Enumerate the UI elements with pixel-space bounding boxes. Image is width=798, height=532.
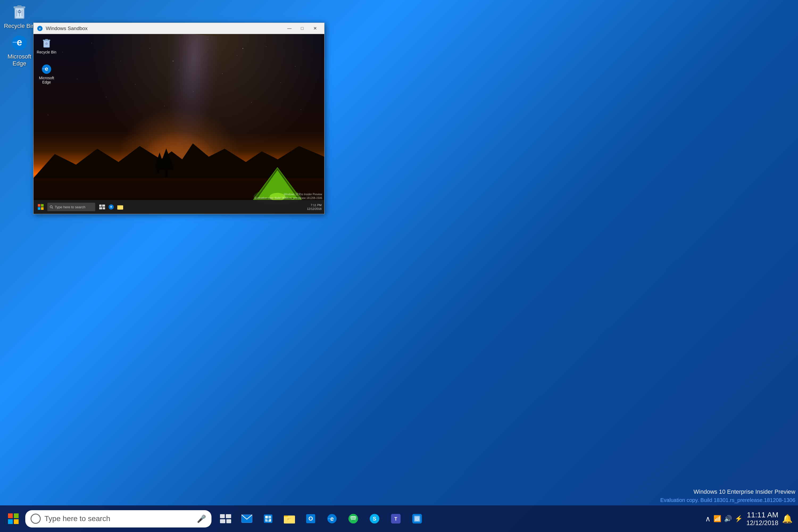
- store-icon[interactable]: 🛍: [258, 509, 278, 529]
- svg-text:⬡: ⬡: [416, 517, 419, 521]
- svg-rect-49: [14, 519, 19, 524]
- sandbox-start-button[interactable]: [35, 201, 46, 212]
- volume-icon[interactable]: 🔊: [724, 515, 732, 522]
- sandbox-edge-taskbar-icon[interactable]: e: [108, 203, 115, 211]
- svg-rect-52: [220, 519, 225, 523]
- svg-rect-53: [226, 519, 231, 523]
- sandbox-inner-recycle-bin[interactable]: ♻ Recycle Bin: [35, 36, 58, 55]
- mail-icon[interactable]: [237, 509, 257, 529]
- teams-icon[interactable]: T: [386, 509, 406, 529]
- window-titlebar: e Windows Sandbox — □ ✕: [34, 23, 324, 34]
- svg-rect-32: [41, 204, 44, 207]
- power-icon[interactable]: ⚡: [735, 515, 743, 522]
- spotify-icon[interactable]: [343, 509, 363, 529]
- svg-line-36: [52, 208, 53, 209]
- svg-rect-26: [45, 39, 48, 40]
- microphone-icon[interactable]: 🎤: [197, 514, 206, 523]
- search-placeholder: Type here to search: [44, 514, 110, 523]
- svg-rect-39: [99, 207, 102, 209]
- svg-text:🛍: 🛍: [267, 518, 269, 521]
- svg-text:♻: ♻: [45, 42, 48, 45]
- search-box[interactable]: Type here to search 🎤: [25, 510, 211, 528]
- window-title: Windows Sandbox: [46, 25, 283, 32]
- skype-icon[interactable]: S: [364, 509, 384, 529]
- svg-rect-48: [8, 519, 13, 524]
- minimize-button[interactable]: —: [283, 24, 296, 33]
- svg-rect-69: [328, 518, 331, 519]
- svg-rect-45: [117, 205, 123, 209]
- svg-text:♻: ♻: [17, 9, 22, 14]
- svg-rect-50: [220, 514, 225, 518]
- svg-rect-51: [226, 514, 231, 518]
- clock-time: 11:11 AM: [746, 511, 778, 519]
- svg-text:S: S: [373, 516, 376, 521]
- desktop-icon-microsoft-edge[interactable]: e Microsoft Edge: [2, 32, 37, 69]
- file-explorer-icon[interactable]: 📁: [279, 509, 299, 529]
- sandbox-inner-edge-label: Microsoft Edge: [36, 76, 57, 84]
- notification-icon[interactable]: 🔔: [782, 514, 793, 524]
- sandbox-version-text: Windows 10 Pro Insider Preview Evaluatio…: [254, 193, 322, 200]
- svg-rect-40: [103, 207, 105, 209]
- eval-line1: Windows 10 Enterprise Insider Preview: [660, 487, 795, 496]
- sandbox-search-box[interactable]: Type here to search: [48, 203, 95, 211]
- sandbox-search-placeholder: Type here to search: [55, 205, 86, 209]
- recycle-bin-icon: ♻: [10, 3, 29, 22]
- svg-rect-31: [38, 204, 40, 207]
- desktop: ♻ Recycle Bin e Microsoft Edge e Windows…: [0, 0, 798, 532]
- tray-chevron-icon[interactable]: ∧: [705, 514, 711, 523]
- sandbox-tray: 7:11 PM 12/12/2018: [307, 203, 323, 211]
- tray-icons: ∧ 📶 🔊 ⚡: [705, 514, 743, 523]
- sandbox-taskbar-icon[interactable]: ⬡: [407, 509, 427, 529]
- svg-text:e: e: [39, 27, 41, 30]
- svg-rect-33: [38, 207, 40, 210]
- svg-rect-47: [14, 513, 19, 518]
- edge-taskbar-icon[interactable]: e: [322, 509, 342, 529]
- svg-text:e: e: [110, 205, 112, 209]
- svg-text:e: e: [45, 65, 49, 72]
- milky-way-decoration: [159, 34, 223, 153]
- sandbox-title-icon: e: [37, 25, 43, 32]
- svg-rect-10: [13, 42, 17, 43]
- sandbox-taskview-icon[interactable]: [98, 203, 106, 211]
- sandbox-taskbar: Type here to search e: [34, 200, 324, 214]
- svg-rect-30: [42, 69, 45, 70]
- search-circle-icon: [31, 514, 41, 524]
- svg-point-35: [50, 206, 52, 208]
- sandbox-fileexplorer-taskbar-icon[interactable]: [116, 203, 124, 211]
- close-button[interactable]: ✕: [309, 24, 321, 33]
- desktop-icon-recycle-bin[interactable]: ♻ Recycle Bin: [2, 1, 37, 31]
- sandbox-taskbar-icons: e: [98, 203, 124, 211]
- network-icon[interactable]: 📶: [714, 515, 721, 522]
- svg-text:O: O: [308, 515, 313, 522]
- sandbox-recycle-icon: ♻: [40, 37, 53, 50]
- tree-silhouettes: [156, 148, 177, 182]
- sandbox-inner-edge[interactable]: e Microsoft Edge: [35, 62, 58, 86]
- svg-rect-17: [157, 168, 159, 174]
- microsoft-edge-label: Microsoft Edge: [4, 53, 35, 67]
- eval-line2: Evaluation copy. Build 18301.rs_prerelea…: [660, 496, 795, 504]
- sandbox-content: ♻ Recycle Bin e Microsoft Edge Windows 1…: [34, 34, 324, 214]
- svg-rect-15: [165, 170, 168, 178]
- svg-text:T: T: [394, 516, 397, 521]
- outlook-icon[interactable]: O: [301, 509, 321, 529]
- eval-watermark: Windows 10 Enterprise Insider Preview Ev…: [660, 487, 798, 504]
- svg-point-70: [348, 514, 358, 524]
- sandbox-window: e Windows Sandbox — □ ✕: [33, 23, 324, 214]
- sandbox-inner-recycle-label: Recycle Bin: [37, 50, 56, 54]
- svg-rect-46: [8, 513, 13, 518]
- sandbox-edge-icon: e: [40, 63, 53, 75]
- window-controls: — □ ✕: [283, 24, 321, 33]
- microsoft-edge-icon: e: [10, 34, 29, 52]
- system-tray: ∧ 📶 🔊 ⚡ 11:11 AM 12/12/2018 🔔: [705, 511, 795, 527]
- svg-rect-37: [99, 205, 101, 207]
- svg-text:e: e: [17, 37, 22, 48]
- start-button[interactable]: [3, 508, 24, 529]
- svg-rect-38: [102, 205, 105, 207]
- recycle-bin-label: Recycle Bin: [4, 23, 35, 30]
- clock[interactable]: 11:11 AM 12/12/2018: [746, 511, 778, 527]
- maximize-button[interactable]: □: [296, 24, 308, 33]
- task-view-button[interactable]: [215, 509, 235, 529]
- outer-taskbar: Type here to search 🎤: [0, 506, 798, 532]
- svg-rect-34: [41, 207, 44, 210]
- clock-date: 12/12/2018: [746, 519, 778, 527]
